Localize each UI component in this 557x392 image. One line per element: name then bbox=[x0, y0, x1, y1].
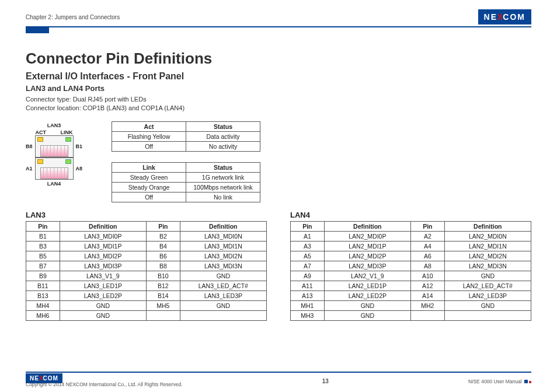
table-cell: GND bbox=[444, 271, 531, 281]
table-cell bbox=[410, 310, 444, 320]
table-header: Pin bbox=[146, 221, 180, 231]
link-status-table: LinkStatus Steady Green1G network linkSt… bbox=[112, 162, 260, 202]
table-cell: LAN3_MDI3P bbox=[60, 261, 146, 271]
table-cell: B3 bbox=[26, 241, 60, 251]
header-tab bbox=[26, 27, 49, 33]
diagram-b1: B1 bbox=[76, 144, 83, 149]
table-cell: LAN2_LED_ACT# bbox=[444, 281, 531, 290]
table-cell: MH1 bbox=[291, 300, 325, 310]
table-cell: MH6 bbox=[26, 310, 60, 320]
table-cell: Steady Orange bbox=[112, 182, 186, 192]
connector-type: Connector type: Dual RJ45 port with LEDs bbox=[26, 95, 531, 104]
footer-square-icon bbox=[529, 381, 531, 383]
table-cell: LAN2_LED3P bbox=[444, 290, 531, 300]
table-cell: A5 bbox=[291, 251, 325, 261]
led-act-icon bbox=[37, 159, 43, 164]
table-cell: No activity bbox=[186, 141, 260, 151]
diagram-a8: A8 bbox=[76, 166, 83, 172]
brand-logo: NEXCOM bbox=[478, 9, 531, 24]
table-cell: LAN3_MDI1P bbox=[60, 241, 146, 251]
table-cell: B7 bbox=[26, 261, 60, 271]
table-cell: Off bbox=[112, 141, 186, 151]
footer-square-icon bbox=[524, 380, 528, 383]
lan3-title: LAN3 bbox=[26, 211, 267, 219]
table-cell: MH4 bbox=[26, 300, 60, 310]
lan3-pin-table: LAN3 PinDefinitionPinDefinitionB1LAN3_MD… bbox=[26, 211, 267, 321]
led-act-icon bbox=[37, 137, 43, 142]
table-cell: MH5 bbox=[146, 300, 180, 310]
table-header: Definition bbox=[60, 221, 146, 231]
table-cell: Data activity bbox=[186, 131, 260, 141]
page-footer: NEXCOM Copyright © 2014 NEXCOM Internati… bbox=[26, 372, 531, 387]
table-cell: B5 bbox=[26, 251, 60, 261]
table-cell: GND bbox=[60, 310, 146, 320]
table-cell: LAN2_MDI0N bbox=[444, 231, 531, 241]
table-cell: B11 bbox=[26, 281, 60, 290]
table-cell: 100Mbps network link bbox=[186, 182, 260, 192]
lan4-title: LAN4 bbox=[290, 211, 531, 219]
diagram-b8: B8 bbox=[26, 144, 33, 149]
table-header: Pin bbox=[410, 221, 444, 231]
connector-location: Connector location: COP1B (LAN3) and COP… bbox=[26, 104, 531, 113]
table-cell: LAN3_MDI2P bbox=[60, 251, 146, 261]
table-cell: MH2 bbox=[410, 300, 444, 310]
lan4-pin-table: LAN4 PinDefinitionPinDefinitionA1LAN2_MD… bbox=[290, 211, 531, 321]
table-cell: LAN3_LED1P bbox=[60, 281, 146, 290]
logo-post: COM bbox=[503, 12, 525, 22]
table-cell: Steady Green bbox=[112, 172, 186, 182]
table-cell: GND bbox=[444, 300, 531, 310]
table-header: Definition bbox=[180, 221, 266, 231]
table-cell: A2 bbox=[410, 231, 444, 241]
table-cell: GND bbox=[180, 300, 266, 310]
table-cell: Off bbox=[112, 192, 186, 202]
port-diagram: LAN3 ACT LINK B8 B1 A1 A8 LAN4 bbox=[26, 121, 82, 188]
table-cell: GND bbox=[324, 300, 410, 310]
port-lan4 bbox=[35, 158, 74, 180]
table-cell: LAN3_LED3P bbox=[180, 290, 266, 300]
table-cell: LAN3_MDI3N bbox=[180, 261, 266, 271]
table-header: Pin bbox=[26, 221, 60, 231]
port-lan3 bbox=[35, 135, 74, 158]
page-number: 13 bbox=[322, 378, 329, 384]
table-cell: B10 bbox=[146, 271, 180, 281]
table-cell: B9 bbox=[26, 271, 60, 281]
table-cell: A4 bbox=[410, 241, 444, 251]
status-header: Status bbox=[186, 162, 260, 172]
table-cell: A9 bbox=[291, 271, 325, 281]
subsection-title: LAN3 and LAN4 Ports bbox=[26, 84, 531, 93]
table-cell bbox=[444, 310, 531, 320]
diagram-a1: A1 bbox=[26, 166, 33, 172]
table-cell: LAN3_MDI2N bbox=[180, 251, 266, 261]
header-rule bbox=[26, 26, 531, 27]
diagram-act-label: ACT bbox=[36, 130, 47, 135]
table-cell: B2 bbox=[146, 231, 180, 241]
table-cell: B14 bbox=[146, 290, 180, 300]
table-cell: Flashing Yellow bbox=[112, 131, 186, 141]
manual-name: NISE 4000 User Manual bbox=[468, 379, 522, 384]
table-cell: A3 bbox=[291, 241, 325, 251]
table-cell: LAN2_MDI1N bbox=[444, 241, 531, 251]
table-cell: A11 bbox=[291, 281, 325, 290]
table-cell: LAN3_LED2P bbox=[60, 290, 146, 300]
section-title: External I/O Interfaces - Front Panel bbox=[26, 71, 531, 82]
table-cell: A1 bbox=[291, 231, 325, 241]
table-cell: B6 bbox=[146, 251, 180, 261]
table-cell: GND bbox=[324, 310, 410, 320]
table-header: Pin bbox=[291, 221, 325, 231]
page-title: Connector Pin Definitions bbox=[26, 50, 531, 68]
table-cell: LAN2_V1_9 bbox=[324, 271, 410, 281]
led-link-icon bbox=[65, 159, 71, 164]
diagram-link-label: LINK bbox=[61, 130, 73, 135]
table-cell: A6 bbox=[410, 251, 444, 261]
status-header: Status bbox=[186, 121, 260, 131]
table-cell: LAN2_MDI1P bbox=[324, 241, 410, 251]
copyright-text: Copyright © 2014 NEXCOM International Co… bbox=[26, 382, 182, 387]
table-cell: LAN3_MDI0P bbox=[60, 231, 146, 241]
table-cell: LAN2_MDI2P bbox=[324, 251, 410, 261]
table-cell: LAN2_LED1P bbox=[324, 281, 410, 290]
table-cell: LAN2_LED2P bbox=[324, 290, 410, 300]
table-cell: 1G network link bbox=[186, 172, 260, 182]
table-cell: A12 bbox=[410, 281, 444, 290]
table-cell: A8 bbox=[410, 261, 444, 271]
table-cell: No link bbox=[186, 192, 260, 202]
